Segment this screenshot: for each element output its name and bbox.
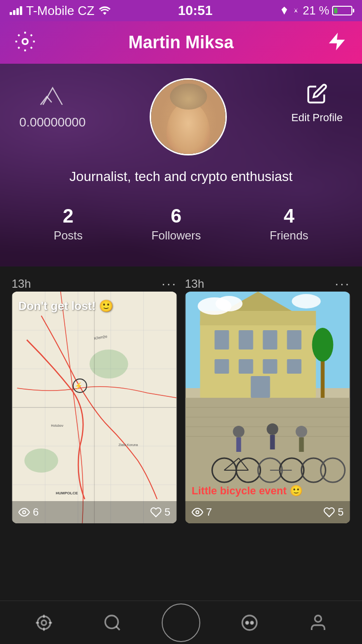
status-left: T-Mobile CZ (10, 3, 111, 18)
svg-rect-55 (270, 435, 275, 449)
svg-rect-53 (237, 437, 241, 452)
views-count-1: 6 (33, 506, 39, 518)
svg-rect-57 (299, 437, 304, 452)
status-bar: T-Mobile CZ 10:51 21 % (0, 0, 362, 21)
svg-rect-29 (263, 330, 278, 350)
svg-point-12 (90, 350, 128, 378)
svg-point-70 (105, 616, 118, 629)
post-footer-2: 7 5 (185, 501, 350, 523)
svg-rect-33 (263, 359, 278, 374)
post-footer-1: 6 5 (12, 501, 177, 523)
posts-count: 2 (63, 205, 73, 227)
svg-text:Zlatá Koruna: Zlatá Koruna (119, 443, 138, 447)
friends-stat[interactable]: 4 Friends (270, 205, 308, 242)
svg-text:⚡: ⚡ (74, 382, 83, 390)
carrier-label: T-Mobile CZ (26, 3, 95, 18)
post-views-1: 6 (18, 506, 39, 518)
chat-icon (240, 613, 259, 632)
friends-count: 4 (284, 205, 294, 227)
svg-point-72 (242, 616, 257, 630)
signal-icon (10, 6, 22, 15)
post-time-1: 13h (12, 277, 31, 291)
add-nav-item[interactable] (162, 603, 200, 642)
svg-point-64 (38, 616, 51, 629)
stats-row: 2 Posts 6 Followers 4 Friends (19, 200, 343, 252)
post-image-2: Little bicycle event 🙂 7 5 (185, 292, 350, 523)
svg-rect-27 (215, 330, 229, 350)
heart-icon-1 (150, 506, 162, 518)
post-image-1: Křemže Holubov Zlatá Koruna HUMPOLCE ⚡ D… (12, 292, 177, 523)
post-likes-2: 5 (323, 506, 344, 518)
battery-icon (332, 6, 352, 15)
svg-line-71 (116, 626, 120, 630)
heart-icon-2 (323, 506, 335, 518)
svg-point-75 (315, 616, 321, 622)
eye-icon (18, 506, 30, 518)
svg-rect-31 (215, 359, 229, 374)
svg-point-0 (23, 39, 28, 44)
posts-label: Posts (54, 229, 83, 242)
posts-stat[interactable]: 2 Posts (54, 205, 83, 242)
home-icon (34, 613, 54, 632)
svg-point-59 (312, 328, 334, 362)
svg-text:HUMPOLCE: HUMPOLCE (56, 491, 78, 495)
svg-rect-30 (287, 330, 302, 350)
followers-label: Followers (152, 229, 201, 242)
post-item-1[interactable]: Křemže Holubov Zlatá Koruna HUMPOLCE ⚡ D… (12, 292, 177, 523)
post-meta-2: 13h ··· (185, 276, 350, 292)
post-menu-2[interactable]: ··· (335, 276, 350, 292)
profile-top-row: 0.00000000 Edit Profile (19, 78, 343, 155)
coins-display: 0.00000000 (19, 78, 85, 130)
post-meta-1: 13h ··· (12, 276, 177, 292)
svg-point-13 (25, 448, 58, 473)
eye-icon-2 (192, 506, 203, 518)
search-icon (103, 613, 122, 632)
posts-grid: Křemže Holubov Zlatá Koruna HUMPOLCE ⚡ D… (0, 292, 362, 535)
bottom-nav (0, 601, 362, 644)
likes-count-1: 5 (165, 506, 170, 518)
search-nav-item[interactable] (93, 608, 132, 637)
app-header: Martin Miksa (0, 21, 362, 64)
followers-count: 6 (171, 205, 181, 227)
edit-icon (306, 83, 328, 109)
svg-text:Holubov: Holubov (51, 424, 64, 427)
status-right: 21 % (279, 4, 352, 17)
svg-rect-35 (251, 376, 270, 398)
friends-label: Friends (270, 229, 308, 242)
settings-button[interactable] (14, 31, 36, 54)
svg-point-22 (23, 511, 26, 514)
add-icon (171, 613, 191, 632)
svg-point-65 (42, 620, 46, 625)
svg-point-74 (251, 621, 253, 624)
followers-stat[interactable]: 6 Followers (152, 205, 201, 242)
post-caption-2: Little bicycle event 🙂 (192, 485, 344, 497)
mountain-icon (38, 83, 67, 112)
svg-rect-28 (239, 330, 253, 350)
posts-meta: 13h ··· 13h ··· (0, 266, 362, 292)
profile-name: Martin Miksa (128, 32, 234, 53)
location-icon (279, 6, 289, 15)
edit-profile-button[interactable]: Edit Profile (292, 78, 343, 124)
svg-rect-34 (287, 359, 302, 374)
chat-nav-item[interactable] (230, 608, 269, 637)
bluetooth-icon (292, 6, 300, 15)
svg-point-73 (246, 621, 249, 624)
home-nav-item[interactable] (25, 608, 63, 637)
battery-text: 21 % (303, 4, 329, 17)
edit-profile-label: Edit Profile (292, 112, 343, 124)
post-overlay-text-1: Don't get lost! 🙂 (18, 299, 113, 313)
profile-nav-item[interactable] (299, 608, 337, 637)
svg-point-52 (233, 426, 245, 437)
post-item-2[interactable]: Little bicycle event 🙂 7 5 (185, 292, 350, 523)
profile-section: 0.00000000 Edit Profile Journalist, tech… (0, 64, 362, 266)
coins-value: 0.00000000 (19, 115, 85, 130)
avatar (150, 78, 227, 155)
profile-icon (308, 613, 328, 632)
svg-point-62 (292, 294, 321, 308)
flash-button[interactable] (326, 31, 348, 54)
post-views-2: 7 (192, 506, 212, 518)
svg-point-54 (267, 423, 278, 435)
status-time: 10:51 (178, 3, 213, 18)
svg-point-63 (196, 511, 199, 514)
post-menu-1[interactable]: ··· (162, 276, 177, 292)
